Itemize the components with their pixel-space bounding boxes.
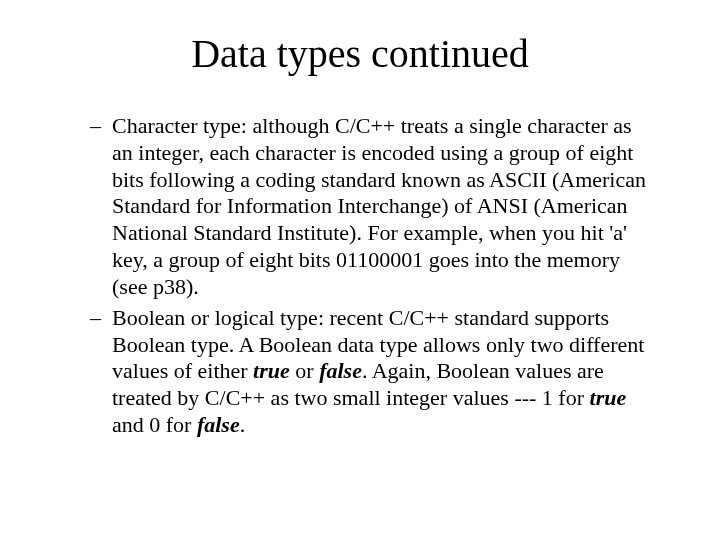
bullet-list: Character type: although C/C++ treats a … <box>50 113 670 439</box>
emphasis-true: true <box>253 358 290 383</box>
bullet-text: Character type: although C/C++ treats a … <box>112 113 646 299</box>
slide-title: Data types continued <box>50 30 670 77</box>
list-item: Character type: although C/C++ treats a … <box>90 113 650 301</box>
emphasis-false: false <box>197 412 240 437</box>
bullet-text: or <box>290 358 319 383</box>
emphasis-false: false <box>319 358 362 383</box>
bullet-text: . <box>240 412 246 437</box>
list-item: Boolean or logical type: recent C/C++ st… <box>90 305 650 439</box>
slide: Data types continued Character type: alt… <box>0 0 720 540</box>
emphasis-true: true <box>590 385 627 410</box>
bullet-text: and 0 for <box>112 412 197 437</box>
